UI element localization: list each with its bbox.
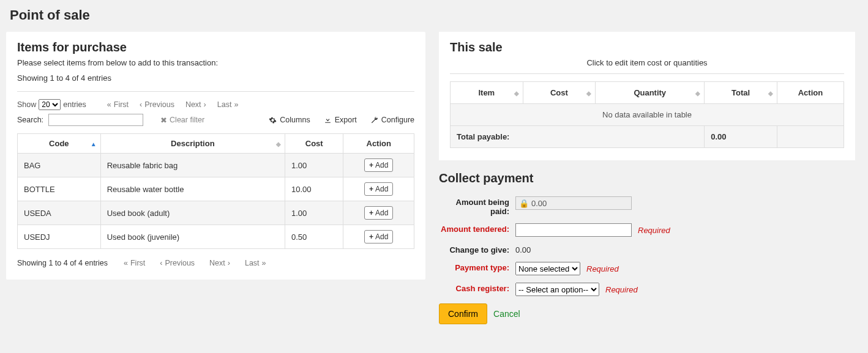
pager-prev[interactable]: ‹Previous bbox=[140, 100, 174, 109]
required-text: Required bbox=[638, 226, 670, 235]
change-label: Change to give: bbox=[439, 244, 509, 255]
cell-desc: Used book (juvenile) bbox=[100, 225, 285, 249]
cell-code: USEDJ bbox=[18, 225, 101, 249]
row-change: Change to give: 0.00 bbox=[439, 244, 855, 255]
add-button[interactable]: +Add bbox=[364, 206, 393, 220]
col-item[interactable]: Item◆ bbox=[451, 82, 523, 104]
col-action: Action bbox=[777, 82, 844, 104]
total-payable-value: 0.00 bbox=[705, 126, 777, 148]
add-button[interactable]: +Add bbox=[364, 158, 393, 172]
col-cost[interactable]: Cost bbox=[285, 134, 343, 154]
sale-heading: This sale bbox=[450, 40, 844, 54]
sort-icon: ◆ bbox=[586, 89, 591, 96]
table-row: BOTTLE Reusable water bottle 10.00 +Add bbox=[18, 177, 414, 201]
pager-first[interactable]: «First bbox=[124, 259, 145, 267]
lock-icon: 🔒 bbox=[519, 199, 529, 208]
wrench-icon bbox=[370, 116, 378, 124]
clear-filter-button[interactable]: ✖ Clear filter bbox=[160, 116, 204, 125]
sort-icon: ◆ bbox=[276, 140, 281, 147]
payment-type-label: Payment type: bbox=[439, 262, 509, 272]
columns-button[interactable]: Columns bbox=[269, 116, 310, 124]
col-description[interactable]: Description◆ bbox=[100, 134, 285, 154]
confirm-button[interactable]: Confirm bbox=[439, 303, 487, 324]
payment-panel: Collect payment Amount being paid: 🔒 0.0… bbox=[439, 171, 855, 324]
col-qty[interactable]: Quantity◆ bbox=[596, 82, 705, 104]
cell-code: BOTTLE bbox=[18, 177, 101, 201]
payment-type-select[interactable]: None selected bbox=[515, 262, 580, 275]
download-icon bbox=[324, 116, 332, 124]
page-title: Point of sale bbox=[10, 7, 862, 23]
table-row: USEDJ Used book (juvenile) 0.50 +Add bbox=[18, 225, 414, 249]
export-button[interactable]: Export bbox=[324, 116, 357, 124]
chevron-right-icon: › bbox=[204, 100, 206, 109]
items-subtext: Please select items from below to add to… bbox=[17, 58, 414, 67]
separator bbox=[17, 91, 414, 92]
pager-last[interactable]: Last» bbox=[217, 100, 239, 109]
add-button[interactable]: +Add bbox=[364, 182, 393, 196]
cash-register-select[interactable]: -- Select an option-- bbox=[515, 283, 599, 296]
payment-heading: Collect payment bbox=[439, 171, 855, 185]
col-total[interactable]: Total◆ bbox=[705, 82, 777, 104]
pager-last[interactable]: Last» bbox=[245, 259, 266, 267]
show-entries-select[interactable]: 20 bbox=[39, 99, 61, 110]
amount-paid-label: Amount being paid: bbox=[439, 196, 509, 216]
row-payment-type: Payment type: None selected Required bbox=[439, 262, 855, 275]
change-value: 0.00 bbox=[515, 244, 531, 255]
cell-cost: 1.00 bbox=[285, 201, 343, 225]
sort-icon: ◆ bbox=[695, 89, 700, 96]
items-heading: Items for purchase bbox=[17, 40, 414, 54]
col-action: Action bbox=[343, 134, 414, 154]
chevron-left-icon: ‹ bbox=[140, 100, 142, 109]
total-payable-label: Total payable: bbox=[451, 126, 705, 148]
table-row: USEDA Used book (adult) 1.00 +Add bbox=[18, 201, 414, 225]
gear-icon bbox=[269, 116, 277, 124]
col-cost[interactable]: Cost◆ bbox=[523, 82, 596, 104]
plus-icon: + bbox=[369, 209, 373, 217]
cell-desc: Used book (adult) bbox=[100, 201, 285, 225]
double-chevron-right-icon: » bbox=[262, 259, 266, 267]
items-panel: Items for purchase Please select items f… bbox=[6, 32, 425, 280]
chevron-left-icon: ‹ bbox=[160, 259, 162, 267]
configure-button[interactable]: Configure bbox=[370, 116, 414, 124]
items-footer: Showing 1 to 4 of 4 entries «First ‹Prev… bbox=[17, 259, 414, 267]
cell-cost: 1.00 bbox=[285, 154, 343, 177]
entries-info-bottom: Showing 1 to 4 of 4 entries bbox=[17, 259, 108, 267]
pager-next[interactable]: Next› bbox=[185, 100, 206, 109]
add-button[interactable]: +Add bbox=[364, 230, 393, 243]
sale-table: Item◆ Cost◆ Quantity◆ Total◆ Action No d… bbox=[450, 81, 844, 148]
row-cash-register: Cash register: -- Select an option-- Req… bbox=[439, 283, 855, 296]
pager-top: «First ‹Previous Next› Last» bbox=[107, 100, 239, 109]
x-icon: ✖ bbox=[160, 116, 167, 125]
no-data: No data available in table bbox=[451, 104, 844, 126]
sort-asc-icon: ▲ bbox=[91, 140, 97, 147]
pager-prev[interactable]: ‹Previous bbox=[160, 259, 195, 267]
sort-icon: ◆ bbox=[768, 89, 773, 96]
items-toolbar-1: Show 20 entries «First ‹Previous Next› L… bbox=[17, 99, 414, 110]
amount-tendered-label: Amount tendered: bbox=[439, 223, 509, 234]
sale-panel: This sale Click to edit item cost or qua… bbox=[439, 32, 855, 160]
form-buttons: Confirm Cancel bbox=[439, 303, 855, 324]
row-amount-paid: Amount being paid: 🔒 0.00 bbox=[439, 196, 855, 216]
amount-tendered-input[interactable] bbox=[515, 223, 632, 237]
cancel-link[interactable]: Cancel bbox=[493, 309, 520, 319]
search-input[interactable] bbox=[48, 114, 143, 126]
pager-bottom: «First ‹Previous Next› Last» bbox=[124, 259, 266, 267]
amount-paid-field: 🔒 0.00 bbox=[515, 196, 632, 210]
required-text: Required bbox=[605, 285, 638, 294]
search-label: Search: bbox=[17, 116, 43, 124]
pager-next[interactable]: Next› bbox=[209, 259, 230, 267]
pager-first[interactable]: «First bbox=[107, 100, 129, 109]
required-text: Required bbox=[586, 264, 619, 273]
items-table: Code▲ Description◆ Cost Action BAG Reusa… bbox=[17, 133, 414, 249]
plus-icon: + bbox=[369, 185, 373, 193]
cell-code: BAG bbox=[18, 154, 101, 177]
col-code[interactable]: Code▲ bbox=[18, 134, 101, 154]
table-row: BAG Reusable fabric bag 1.00 +Add bbox=[18, 154, 414, 177]
cell-cost: 0.50 bbox=[285, 225, 343, 249]
show-label-pre: Show bbox=[17, 100, 36, 109]
sale-subtext: Click to edit item cost or quantities bbox=[450, 58, 844, 67]
cell-desc: Reusable water bottle bbox=[100, 177, 285, 201]
cell-cost: 10.00 bbox=[285, 177, 343, 201]
separator bbox=[450, 73, 844, 74]
plus-icon: + bbox=[369, 161, 373, 169]
